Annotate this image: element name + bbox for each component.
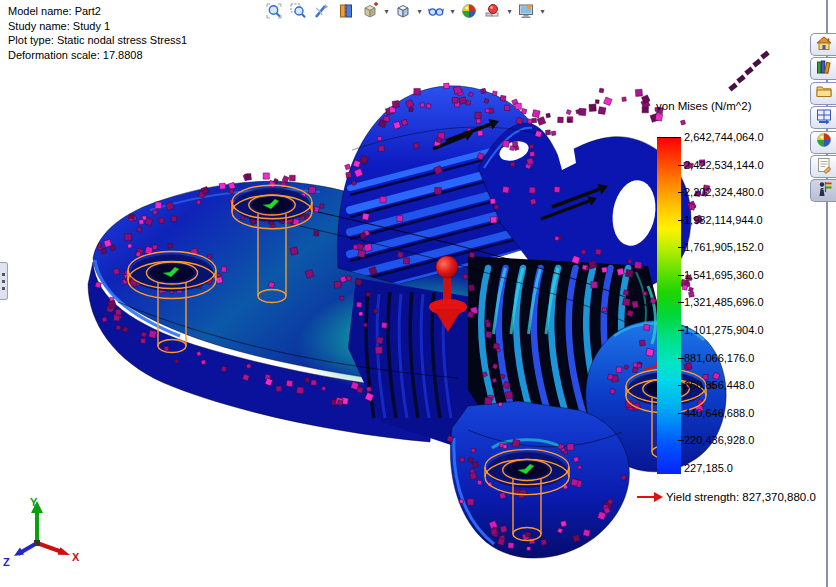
legend-value: 220,436,928.0 <box>684 434 754 446</box>
orientation-triad: Y X Z <box>3 496 80 568</box>
stress-model <box>88 86 726 558</box>
apply-scene-icon <box>484 2 502 20</box>
section-view-icon <box>337 2 355 20</box>
zoom-to-area-button[interactable] <box>286 1 310 21</box>
previous-view-icon <box>313 2 331 20</box>
view-palette-icon <box>815 107 833 129</box>
appearances-icon <box>815 131 833 153</box>
panel-splitter-handle[interactable] <box>0 262 8 300</box>
display-style-icon <box>394 2 412 20</box>
task-pane-tab-xpress-products[interactable] <box>810 179 836 202</box>
dropdown-arrow-icon[interactable]: ▾ <box>382 1 391 21</box>
task-pane-tab-custom-properties[interactable] <box>810 155 836 178</box>
task-pane-tab-home[interactable] <box>810 33 836 56</box>
legend-value: 1,761,905,152.0 <box>684 241 764 253</box>
legend-value: 1,321,485,696.0 <box>684 296 764 308</box>
xpress-products-icon <box>815 180 833 202</box>
legend-value: 227,185.0 <box>684 462 733 474</box>
design-library-icon <box>815 58 833 80</box>
yield-marker-arrow-icon <box>636 490 664 504</box>
home-icon <box>815 34 833 56</box>
view-orientation-icon <box>361 2 379 20</box>
dropdown-arrow-icon[interactable]: ▾ <box>448 1 457 21</box>
edit-appearance-button[interactable] <box>457 1 481 21</box>
deformation-scale-text: Deformation scale: 17.8808 <box>8 48 187 63</box>
task-pane-tab-appearances[interactable] <box>810 131 836 154</box>
legend-value: 2,202,324,480.0 <box>684 186 764 198</box>
dropdown-arrow-icon[interactable]: ▾ <box>505 1 514 21</box>
custom-properties-icon <box>815 156 833 178</box>
legend-value: 440,646,688.0 <box>684 407 754 419</box>
hide-show-items-icon <box>427 2 445 20</box>
task-pane-tab-file-explorer[interactable] <box>810 82 836 105</box>
zoom-to-fit-icon <box>265 2 283 20</box>
study-name-text: Study name: Study 1 <box>8 19 187 34</box>
triad-x-label: X <box>72 551 80 563</box>
zoom-to-fit-button[interactable] <box>262 1 286 21</box>
plot-type-text: Plot type: Static nodal stress Stress1 <box>8 33 187 48</box>
legend-value: 1,101,275,904.0 <box>684 324 764 336</box>
display-style-button[interactable] <box>391 1 415 21</box>
yield-strength-text: Yield strength: 827,370,880.0 <box>666 491 816 503</box>
legend-value: 660,856,448.0 <box>684 379 754 391</box>
legend-value: 2,422,534,144.0 <box>684 159 764 171</box>
apply-scene-button[interactable] <box>481 1 505 21</box>
triad-y-label: Y <box>30 496 38 508</box>
dropdown-arrow-icon[interactable]: ▾ <box>538 1 547 21</box>
section-view-button[interactable] <box>334 1 358 21</box>
legend-value: 881,066,176.0 <box>684 352 754 364</box>
zoom-to-area-icon <box>289 2 307 20</box>
plot-info: Model name: Part2 Study name: Study 1 Pl… <box>8 4 187 62</box>
triad-z-label: Z <box>3 556 10 568</box>
view-settings-button[interactable] <box>514 1 538 21</box>
model-name-text: Model name: Part2 <box>8 4 187 19</box>
dropdown-arrow-icon[interactable]: ▾ <box>415 1 424 21</box>
legend-title: von Mises (N/m^2) <box>656 100 752 112</box>
previous-view-button[interactable] <box>310 1 334 21</box>
view-settings-icon <box>517 2 535 20</box>
hide-show-items-button[interactable] <box>424 1 448 21</box>
legend-value: 1,541,695,360.0 <box>684 269 764 281</box>
legend-color-bar <box>657 137 681 474</box>
view-orientation-button[interactable] <box>358 1 382 21</box>
legend-value: 2,642,744,064.0 <box>684 131 764 143</box>
solidworks-window: Y X Z Model name: Part2 Study name: Stud… <box>0 0 836 587</box>
task-pane-tab-view-palette[interactable] <box>810 106 836 129</box>
heads-up-view-toolbar: ▾▾▾▾▾ <box>262 0 547 22</box>
legend-value: 1,982,114,944.0 <box>684 214 763 226</box>
task-pane-tab-design-library[interactable] <box>810 57 836 80</box>
yield-strength-annotation: Yield strength: 827,370,880.0 <box>636 490 816 504</box>
edit-appearance-icon <box>460 2 478 20</box>
file-explorer-icon <box>815 82 833 104</box>
